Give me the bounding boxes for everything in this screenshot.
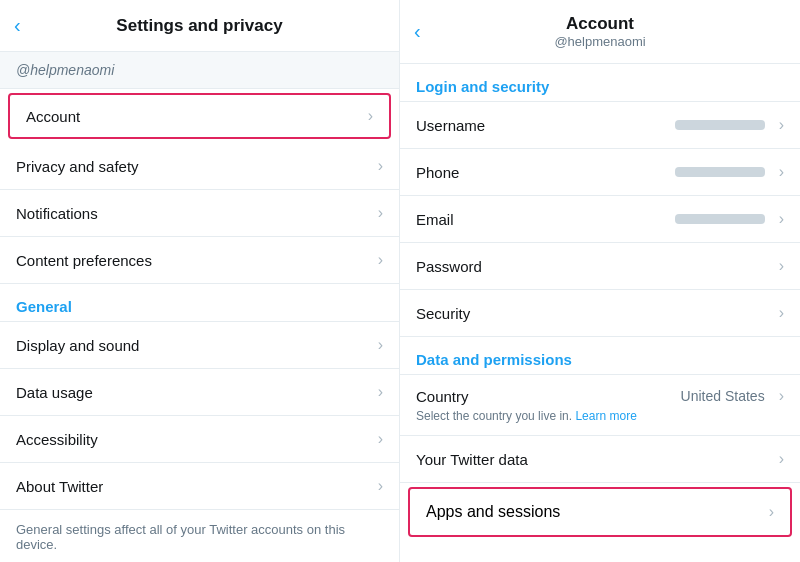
right-panel: ‹ Account @helpmenaomi Login and securit…	[400, 0, 800, 562]
login-security-label: Login and security	[416, 78, 549, 95]
data-permissions-section-header: Data and permissions	[400, 337, 800, 375]
email-label: Email	[416, 211, 454, 228]
security-item[interactable]: Security ›	[400, 290, 800, 337]
phone-chevron: ›	[779, 163, 784, 181]
password-chevron: ›	[779, 257, 784, 275]
left-header: ‹ Settings and privacy	[0, 0, 399, 52]
display-sound-item[interactable]: Display and sound ›	[0, 322, 399, 369]
left-footer-note: General settings affect all of your Twit…	[0, 510, 399, 562]
country-value-text: United States	[681, 388, 765, 404]
username-label: Username	[416, 117, 485, 134]
content-preferences-label: Content preferences	[16, 252, 152, 269]
accessibility-chevron: ›	[378, 430, 383, 448]
notifications-item[interactable]: Notifications ›	[0, 190, 399, 237]
data-usage-label: Data usage	[16, 384, 93, 401]
right-header-block: Account @helpmenaomi	[554, 14, 645, 49]
apps-sessions-label: Apps and sessions	[426, 503, 560, 521]
right-header: ‹ Account @helpmenaomi	[400, 0, 800, 64]
account-item[interactable]: Account ›	[8, 93, 391, 139]
twitter-data-label: Your Twitter data	[416, 451, 528, 468]
notifications-label: Notifications	[16, 205, 98, 222]
country-item[interactable]: Country United States › Select the count…	[400, 375, 800, 436]
country-row: Country United States ›	[416, 387, 784, 405]
phone-label: Phone	[416, 164, 459, 181]
account-label: Account	[26, 108, 80, 125]
notifications-chevron: ›	[378, 204, 383, 222]
display-sound-label: Display and sound	[16, 337, 139, 354]
username-item[interactable]: Username ›	[400, 102, 800, 149]
accessibility-item[interactable]: Accessibility ›	[0, 416, 399, 463]
left-panel-title: Settings and privacy	[116, 16, 282, 36]
right-back-button[interactable]: ‹	[414, 20, 421, 43]
data-permissions-label: Data and permissions	[416, 351, 572, 368]
left-username: @helpmenaomi	[16, 62, 114, 78]
right-panel-title: Account	[566, 14, 634, 34]
content-preferences-item[interactable]: Content preferences ›	[0, 237, 399, 284]
general-label: General	[16, 298, 72, 315]
phone-item[interactable]: Phone ›	[400, 149, 800, 196]
left-username-section: @helpmenaomi	[0, 52, 399, 89]
left-panel: ‹ Settings and privacy @helpmenaomi Acco…	[0, 0, 400, 562]
footer-note-text: General settings affect all of your Twit…	[16, 522, 345, 552]
display-sound-chevron: ›	[378, 336, 383, 354]
right-panel-subtitle: @helpmenaomi	[554, 34, 645, 49]
left-back-button[interactable]: ‹	[14, 14, 21, 37]
about-twitter-item[interactable]: About Twitter ›	[0, 463, 399, 510]
privacy-safety-label: Privacy and safety	[16, 158, 139, 175]
data-usage-item[interactable]: Data usage ›	[0, 369, 399, 416]
phone-value: ›	[675, 163, 784, 181]
email-item[interactable]: Email ›	[400, 196, 800, 243]
phone-blurred-value	[675, 167, 765, 177]
about-twitter-chevron: ›	[378, 477, 383, 495]
accessibility-label: Accessibility	[16, 431, 98, 448]
email-chevron: ›	[779, 210, 784, 228]
password-item[interactable]: Password ›	[400, 243, 800, 290]
country-value: United States ›	[681, 387, 784, 405]
username-value: ›	[675, 116, 784, 134]
account-chevron: ›	[368, 107, 373, 125]
security-chevron: ›	[779, 304, 784, 322]
twitter-data-chevron: ›	[779, 450, 784, 468]
country-chevron: ›	[779, 387, 784, 405]
content-preferences-chevron: ›	[378, 251, 383, 269]
country-sublabel-text: Select the country you live in.	[416, 409, 572, 423]
privacy-safety-chevron: ›	[378, 157, 383, 175]
email-blurred-value	[675, 214, 765, 224]
general-section-header: General	[0, 284, 399, 322]
data-usage-chevron: ›	[378, 383, 383, 401]
login-security-section-header: Login and security	[400, 64, 800, 102]
country-sublabel: Select the country you live in. Learn mo…	[416, 409, 784, 423]
country-label: Country	[416, 388, 469, 405]
learn-more-link[interactable]: Learn more	[575, 409, 636, 423]
email-value: ›	[675, 210, 784, 228]
username-chevron: ›	[779, 116, 784, 134]
apps-sessions-item[interactable]: Apps and sessions ›	[408, 487, 792, 537]
about-twitter-label: About Twitter	[16, 478, 103, 495]
twitter-data-item[interactable]: Your Twitter data ›	[400, 436, 800, 483]
password-label: Password	[416, 258, 482, 275]
privacy-safety-item[interactable]: Privacy and safety ›	[0, 143, 399, 190]
apps-sessions-chevron: ›	[769, 503, 774, 521]
security-label: Security	[416, 305, 470, 322]
username-blurred-value	[675, 120, 765, 130]
